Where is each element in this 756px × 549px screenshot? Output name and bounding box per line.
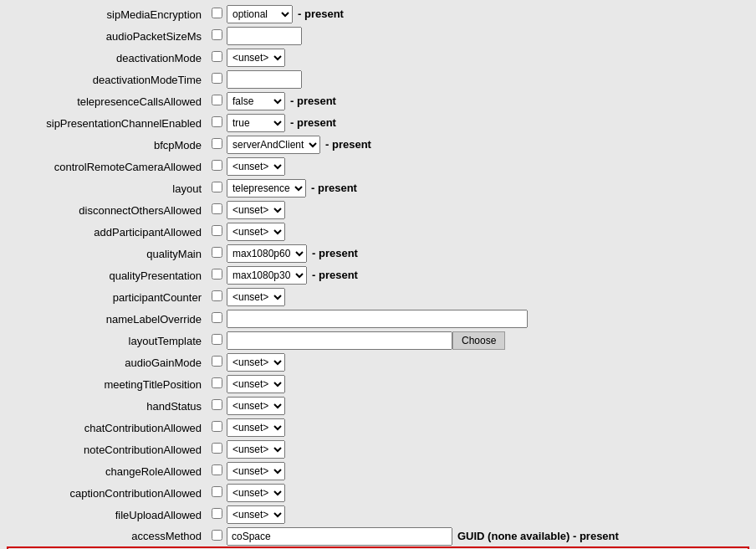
select-addParticipantAllowed[interactable]: <unset>truefalse xyxy=(227,223,285,241)
label-changeRoleAllowed: changeRoleAllowed xyxy=(8,460,208,482)
control-audioPacketSizeMs xyxy=(225,25,748,47)
select-qualityMain[interactable]: max1080p60max1080p30max720p<unset> xyxy=(227,244,307,263)
select-qualityPresentation[interactable]: max1080p30max1080p60max720p<unset> xyxy=(227,266,307,285)
checkbox-input-sipPresentationChannelEnabled[interactable] xyxy=(212,116,222,127)
checkbox-deactivationModeTime[interactable] xyxy=(208,69,225,90)
select-fileUploadAllowed[interactable]: <unset>truefalse xyxy=(227,505,285,524)
text-input-audioPacketSizeMs[interactable] xyxy=(227,27,302,45)
checkbox-handStatus[interactable] xyxy=(208,395,225,417)
checkbox-noteContributionAllowed[interactable] xyxy=(208,439,225,460)
checkbox-input-qualityPresentation[interactable] xyxy=(212,269,222,280)
checkbox-input-disconnectOthersAllowed[interactable] xyxy=(212,203,222,214)
checkbox-deactivationMode[interactable] xyxy=(208,47,225,69)
control-meetingTitlePosition: <unset>topbottom xyxy=(225,373,748,395)
checkbox-input-handStatus[interactable] xyxy=(212,399,222,410)
select-captionContributionAllowed[interactable]: <unset>truefalse xyxy=(227,484,285,502)
control-nameLabelOverride xyxy=(225,308,748,330)
checkbox-layoutTemplate[interactable] xyxy=(208,330,225,351)
checkbox-input-deactivationMode[interactable] xyxy=(212,51,222,62)
checkbox-changeRoleAllowed[interactable] xyxy=(208,460,225,482)
checkbox-input-nameLabelOverride[interactable] xyxy=(212,312,222,323)
checkbox-disconnectOthersAllowed[interactable] xyxy=(208,199,225,221)
checkbox-input-accessMethod[interactable] xyxy=(212,530,222,541)
select-deactivationMode[interactable]: <unset>truefalse xyxy=(227,49,285,67)
checkbox-input-bfcpMode[interactable] xyxy=(212,138,222,149)
control-captionContributionAllowed: <unset>truefalse xyxy=(225,482,748,504)
label-bfcpMode: bfcpMode xyxy=(8,134,208,156)
label-nameLabelOverride: nameLabelOverride xyxy=(8,308,208,330)
text-input-layoutTemplate[interactable] xyxy=(227,331,452,350)
checkbox-input-captionContributionAllowed[interactable] xyxy=(212,486,222,497)
label-qualityMain: qualityMain xyxy=(8,243,208,264)
checkbox-input-noteContributionAllowed[interactable] xyxy=(212,443,222,454)
label-controlRemoteCameraAllowed: controlRemoteCameraAllowed xyxy=(8,156,208,177)
checkbox-controlRemoteCameraAllowed[interactable] xyxy=(208,156,225,177)
checkbox-sipMediaEncryption[interactable] xyxy=(208,3,225,25)
select-sipPresentationChannelEnabled[interactable]: truefalse<unset> xyxy=(227,114,285,132)
checkbox-audioPacketSizeMs[interactable] xyxy=(208,25,225,47)
checkbox-nameLabelOverride[interactable] xyxy=(208,308,225,330)
checkbox-accessMethod[interactable] xyxy=(208,526,225,547)
label-disconnectOthersAllowed: disconnectOthersAllowed xyxy=(8,199,208,221)
select-changeRoleAllowed[interactable]: <unset>truefalse xyxy=(227,462,285,480)
checkbox-addParticipantAllowed[interactable] xyxy=(208,221,225,243)
select-meetingTitlePosition[interactable]: <unset>topbottom xyxy=(227,375,285,393)
select-chatContributionAllowed[interactable]: <unset>truefalse xyxy=(227,418,285,437)
present-label-layout: - present xyxy=(311,182,357,194)
control-handStatus: <unset>truefalse xyxy=(225,395,748,417)
checkbox-participantCounter[interactable] xyxy=(208,286,225,308)
label-meetingTitlePosition: meetingTitlePosition xyxy=(8,373,208,395)
checkbox-captionContributionAllowed[interactable] xyxy=(208,482,225,504)
label-layout: layout xyxy=(8,177,208,199)
select-disconnectOthersAllowed[interactable]: <unset>truefalse xyxy=(227,201,285,219)
checkbox-audioGainMode[interactable] xyxy=(208,351,225,373)
select-telepresenceCallsAllowed[interactable]: falsetrue<unset> xyxy=(227,92,285,110)
checkbox-input-sipMediaEncryption[interactable] xyxy=(212,8,222,18)
checkbox-input-fileUploadAllowed[interactable] xyxy=(212,508,222,519)
present-label-qualityMain: - present xyxy=(312,247,358,259)
checkbox-telepresenceCallsAllowed[interactable] xyxy=(208,90,225,112)
control-sipMediaEncryption: optionalrequiredprohibited- present xyxy=(225,3,748,25)
select-sipMediaEncryption[interactable]: optionalrequiredprohibited xyxy=(227,5,293,23)
checkbox-meetingTitlePosition[interactable] xyxy=(208,373,225,395)
fields-table: sipMediaEncryptionoptionalrequiredprohib… xyxy=(7,3,749,549)
select-audioGainMode[interactable]: <unset>truefalse xyxy=(227,353,285,372)
present-label-sipMediaEncryption: - present xyxy=(298,8,344,20)
checkbox-input-qualityMain[interactable] xyxy=(212,247,222,258)
choose-button[interactable]: Choose xyxy=(452,331,505,350)
checkbox-input-meetingTitlePosition[interactable] xyxy=(212,377,222,388)
checkbox-input-changeRoleAllowed[interactable] xyxy=(212,464,222,475)
checkbox-input-controlRemoteCameraAllowed[interactable] xyxy=(212,160,222,171)
checkbox-input-audioPacketSizeMs[interactable] xyxy=(212,29,222,40)
select-bfcpMode[interactable]: serverAndClientserverclient<unset> xyxy=(227,136,320,154)
select-noteContributionAllowed[interactable]: <unset>truefalse xyxy=(227,440,285,459)
checkbox-input-telepresenceCallsAllowed[interactable] xyxy=(212,95,222,105)
label-audioGainMode: audioGainMode xyxy=(8,351,208,373)
checkbox-input-deactivationModeTime[interactable] xyxy=(212,73,222,84)
present-label-bfcpMode: - present xyxy=(325,138,371,151)
present-label-sipPresentationChannelEnabled: - present xyxy=(290,116,336,129)
checkbox-sipPresentationChannelEnabled[interactable] xyxy=(208,112,225,134)
checkbox-input-addParticipantAllowed[interactable] xyxy=(212,225,222,236)
checkbox-input-audioGainMode[interactable] xyxy=(212,356,222,367)
select-handStatus[interactable]: <unset>truefalse xyxy=(227,397,285,415)
checkbox-fileUploadAllowed[interactable] xyxy=(208,504,225,526)
text-input-accessMethod[interactable] xyxy=(227,527,452,546)
checkbox-qualityMain[interactable] xyxy=(208,243,225,264)
checkbox-input-layout[interactable] xyxy=(212,182,222,192)
checkbox-chatContributionAllowed[interactable] xyxy=(208,417,225,439)
label-handStatus: handStatus xyxy=(8,395,208,417)
select-participantCounter[interactable]: <unset>truefalse xyxy=(227,288,285,306)
control-deactivationMode: <unset>truefalse xyxy=(225,47,748,69)
checkbox-qualityPresentation[interactable] xyxy=(208,264,225,286)
checkbox-input-chatContributionAllowed[interactable] xyxy=(212,421,222,432)
checkbox-input-participantCounter[interactable] xyxy=(212,290,222,301)
text-input-deactivationModeTime[interactable] xyxy=(227,70,302,89)
select-layout[interactable]: telepresenceallEqualspeakerOnly<unset> xyxy=(227,179,306,198)
text-input-nameLabelOverride[interactable] xyxy=(227,310,528,328)
checkbox-bfcpMode[interactable] xyxy=(208,134,225,156)
select-controlRemoteCameraAllowed[interactable]: <unset>truefalse xyxy=(227,157,285,176)
checkbox-layout[interactable] xyxy=(208,177,225,199)
label-qualityPresentation: qualityPresentation xyxy=(8,264,208,286)
checkbox-input-layoutTemplate[interactable] xyxy=(212,334,222,345)
